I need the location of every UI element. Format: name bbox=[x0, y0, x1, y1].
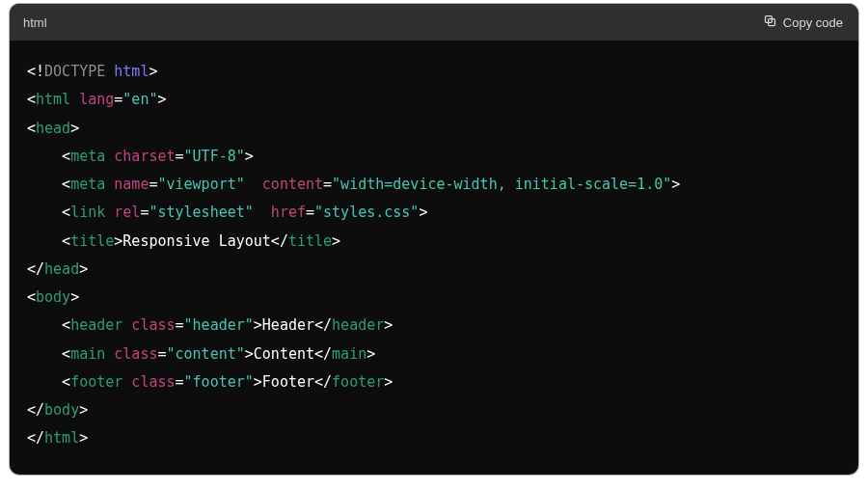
val: "viewport" bbox=[157, 176, 244, 193]
tag: html bbox=[44, 429, 79, 447]
val: "styles.css" bbox=[314, 204, 419, 221]
doctype-word: DOCTYPE bbox=[44, 63, 105, 80]
tag: head bbox=[36, 120, 70, 137]
copy-code-button[interactable]: Copy code bbox=[761, 12, 845, 33]
tag: title bbox=[70, 232, 114, 250]
text: Footer bbox=[262, 373, 314, 391]
val: "content" bbox=[166, 345, 244, 363]
tag: title bbox=[288, 232, 332, 250]
attr: name bbox=[114, 176, 149, 193]
tag: body bbox=[36, 288, 70, 306]
val: "UTF-8" bbox=[184, 148, 245, 165]
tag: main bbox=[332, 345, 366, 363]
val: "footer" bbox=[184, 373, 254, 391]
attr: content bbox=[262, 176, 323, 193]
tag: body bbox=[44, 401, 79, 419]
copy-code-label: Copy code bbox=[783, 15, 843, 30]
val: "width=device-width, initial-scale=1.0" bbox=[332, 176, 671, 193]
val: "header" bbox=[184, 316, 254, 334]
tag: footer bbox=[332, 373, 384, 391]
tag: head bbox=[44, 260, 79, 278]
attr: class bbox=[131, 316, 175, 334]
tag: link bbox=[70, 204, 105, 221]
text: Content bbox=[254, 345, 314, 363]
punct: <! bbox=[27, 63, 44, 80]
language-label: html bbox=[23, 15, 47, 30]
attr: rel bbox=[114, 204, 140, 221]
val: "en" bbox=[122, 91, 157, 108]
tag: header bbox=[70, 316, 122, 334]
code-block: html Copy code <!DOCTYPE html> <html lan… bbox=[10, 4, 858, 475]
attr: href bbox=[271, 204, 306, 221]
val: "stylesheet" bbox=[149, 204, 253, 221]
punct: > bbox=[149, 63, 157, 80]
tag: footer bbox=[70, 373, 122, 391]
attr: class bbox=[114, 345, 157, 363]
text: Responsive Layout bbox=[122, 232, 271, 250]
attr: lang bbox=[79, 91, 114, 108]
code-block-header: html Copy code bbox=[10, 4, 858, 41]
text: Header bbox=[262, 316, 314, 334]
attr: class bbox=[131, 373, 175, 391]
copy-icon bbox=[763, 14, 777, 31]
tag: main bbox=[70, 345, 105, 363]
tag: html bbox=[36, 91, 70, 108]
attr: charset bbox=[114, 148, 175, 165]
tag: header bbox=[332, 316, 384, 334]
tag: meta bbox=[70, 176, 105, 193]
code-content: <!DOCTYPE html> <html lang="en"> <head> … bbox=[10, 41, 858, 475]
doctype-kw: html bbox=[114, 63, 149, 80]
tag: meta bbox=[70, 148, 105, 165]
